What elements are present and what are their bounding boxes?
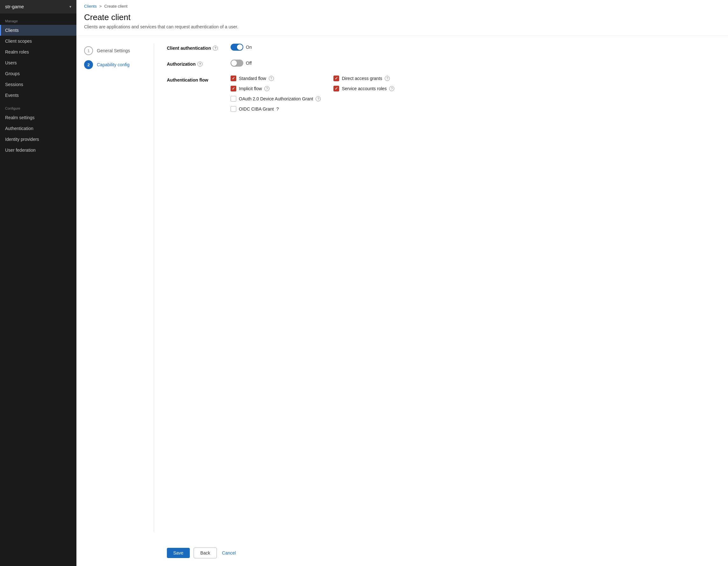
content-area: 1 General Settings 2 Capability config C…	[76, 36, 728, 540]
page-title: Create client	[84, 12, 720, 22]
breadcrumb: Clients > Create client	[76, 0, 728, 11]
checkbox-service-accounts-roles[interactable]: Service accounts roles ?	[333, 86, 424, 91]
step-1: 1 General Settings	[84, 44, 146, 58]
toggle-thumb	[237, 44, 243, 50]
authorization-label: Authorization ?	[167, 60, 231, 67]
sidebar-item-label: Sessions	[5, 82, 23, 87]
sidebar-item-user-federation[interactable]: User federation	[0, 145, 76, 155]
oidc-ciba-help-icon[interactable]: ?	[276, 106, 279, 111]
realm-selector[interactable]: str-game ▾	[0, 0, 76, 13]
service-accounts-roles-checkbox[interactable]	[333, 86, 339, 91]
checkbox-oidc-ciba[interactable]: OIDC CIBA Grant ?	[231, 106, 321, 112]
oauth-device-auth-help-icon[interactable]: ?	[316, 96, 321, 101]
oauth-device-auth-checkbox[interactable]	[231, 96, 236, 102]
sidebar-item-label: Authentication	[5, 126, 33, 131]
service-accounts-roles-help-icon[interactable]: ?	[389, 86, 394, 91]
sidebar-item-events[interactable]: Events	[0, 90, 76, 101]
authentication-flow-row: Authentication flow Standard flow ?	[167, 75, 720, 112]
form-panel: Client authentication ? On Autho	[154, 44, 720, 532]
sidebar-item-label: Realm settings	[5, 115, 35, 120]
sidebar-item-label: Groups	[5, 71, 20, 76]
sidebar-item-sessions[interactable]: Sessions	[0, 79, 76, 90]
authorization-row: Authorization ? Off	[167, 60, 720, 67]
service-accounts-roles-label: Service accounts roles	[342, 86, 387, 91]
step-2[interactable]: 2 Capability config	[84, 58, 146, 72]
direct-access-grants-help-icon[interactable]: ?	[385, 76, 390, 81]
step-2-label[interactable]: Capability config	[97, 62, 130, 67]
page-subtitle: Clients are applications and services th…	[84, 24, 720, 29]
checkbox-oauth-device-auth[interactable]: OAuth 2.0 Device Authorization Grant ?	[231, 96, 321, 102]
standard-flow-label: Standard flow	[239, 76, 266, 81]
sidebar-item-clients[interactable]: Clients	[0, 25, 76, 36]
client-authentication-toggle[interactable]	[231, 44, 243, 51]
sidebar-item-label: Realm roles	[5, 49, 29, 54]
oidc-ciba-label: OIDC CIBA Grant	[239, 106, 274, 111]
breadcrumb-separator: >	[99, 4, 102, 9]
step-1-number: 1	[84, 46, 93, 55]
manage-section-label: Manage	[0, 13, 76, 25]
save-button[interactable]: Save	[167, 548, 190, 558]
authorization-help-icon[interactable]: ?	[197, 61, 203, 67]
checkbox-implicit-flow[interactable]: Implicit flow ?	[231, 86, 321, 91]
back-button[interactable]: Back	[194, 548, 217, 558]
form-footer: Save Back Cancel	[76, 540, 728, 566]
oauth-device-auth-label: OAuth 2.0 Device Authorization Grant	[239, 96, 313, 101]
sidebar-item-label: Identity providers	[5, 137, 39, 142]
sidebar-item-users[interactable]: Users	[0, 57, 76, 68]
step-2-number: 2	[84, 60, 93, 69]
authentication-flow-control: Standard flow ? Direct access grants ?	[231, 75, 720, 112]
implicit-flow-checkbox[interactable]	[231, 86, 236, 91]
direct-access-grants-label: Direct access grants	[342, 76, 382, 81]
sidebar-item-identity-providers[interactable]: Identity providers	[0, 134, 76, 145]
step-1-label: General Settings	[97, 48, 130, 53]
client-authentication-toggle-wrap: On	[231, 44, 252, 51]
authentication-flow-label: Authentication flow	[167, 75, 231, 82]
main-content: Clients > Create client Create client Cl…	[76, 0, 728, 566]
authorization-toggle-label: Off	[246, 61, 252, 66]
checkbox-standard-flow[interactable]: Standard flow ?	[231, 75, 321, 81]
authorization-control: Off	[231, 60, 720, 67]
cancel-button[interactable]: Cancel	[221, 548, 237, 558]
client-authentication-control: On	[231, 44, 720, 51]
direct-access-grants-checkbox[interactable]	[333, 75, 339, 81]
sidebar-item-realm-roles[interactable]: Realm roles	[0, 47, 76, 57]
realm-name: str-game	[5, 4, 24, 9]
implicit-flow-label: Implicit flow	[239, 86, 262, 91]
sidebar-item-client-scopes[interactable]: Client scopes	[0, 36, 76, 47]
oidc-ciba-checkbox[interactable]	[231, 106, 236, 112]
client-authentication-help-icon[interactable]: ?	[213, 46, 218, 51]
steps-panel: 1 General Settings 2 Capability config	[84, 44, 154, 532]
checkbox-direct-access-grants[interactable]: Direct access grants ?	[333, 75, 424, 81]
page-header: Create client Clients are applications a…	[76, 11, 728, 36]
sidebar-item-authentication[interactable]: Authentication	[0, 123, 76, 134]
client-authentication-toggle-label: On	[246, 45, 252, 50]
sidebar-item-groups[interactable]: Groups	[0, 68, 76, 79]
sidebar-item-realm-settings[interactable]: Realm settings	[0, 112, 76, 123]
client-authentication-row: Client authentication ? On	[167, 44, 720, 51]
toggle-thumb	[231, 60, 237, 66]
implicit-flow-help-icon[interactable]: ?	[264, 86, 269, 91]
chevron-down-icon: ▾	[69, 4, 71, 9]
breadcrumb-parent-link[interactable]: Clients	[84, 4, 97, 9]
sidebar-item-label: Client scopes	[5, 39, 32, 44]
sidebar-item-label: Events	[5, 93, 19, 98]
authorization-toggle-wrap: Off	[231, 60, 252, 67]
sidebar-item-label: Users	[5, 60, 17, 65]
sidebar-item-label: User federation	[5, 147, 36, 153]
sidebar-item-label: Clients	[5, 28, 19, 33]
auth-flow-grid: Standard flow ? Direct access grants ?	[231, 75, 424, 112]
standard-flow-help-icon[interactable]: ?	[269, 76, 274, 81]
configure-section-label: Configure	[0, 101, 76, 112]
client-authentication-label: Client authentication ?	[167, 44, 231, 51]
authorization-toggle[interactable]	[231, 60, 243, 67]
sidebar: str-game ▾ Manage Clients Client scopes …	[0, 0, 76, 566]
breadcrumb-current: Create client	[104, 4, 127, 9]
standard-flow-checkbox[interactable]	[231, 75, 236, 81]
